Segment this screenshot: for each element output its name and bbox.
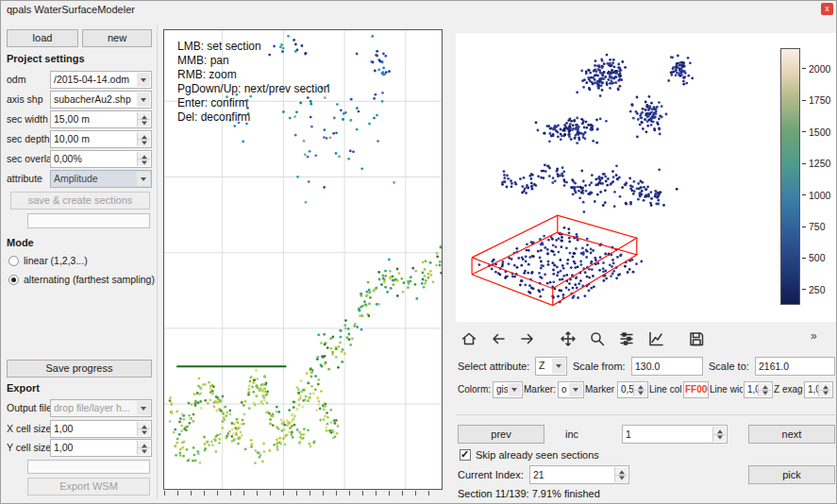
sec-width-spin[interactable]: 15,00 m [50,110,152,128]
line-color-label: Line col [649,381,682,398]
odm-combo[interactable]: /2015-04-14.odm [50,71,152,89]
zoom-icon[interactable] [586,328,609,350]
scale-from-input[interactable]: 130.0 [631,357,703,376]
increment-spin[interactable]: 1 [622,425,728,444]
scale-to-label: Scale to: [709,357,749,376]
sec-depth-spin[interactable]: 10,00 m [50,130,152,148]
colorbar-tick-label: 750 [802,221,826,232]
z-exaggeration-label: Z exag [774,381,803,398]
mode-linear-radio[interactable]: linear (1,2,3...) [8,254,88,267]
back-icon[interactable] [487,328,510,350]
increment-value: 1 [626,426,724,443]
spinner-arrows[interactable] [818,383,831,396]
sec-overlap-value: 0,00% [54,151,148,167]
axis-shp-label: axis shp [7,91,50,109]
section-plot[interactable]: LMB: set section MMB: pan RMB: zoom PgDo… [163,29,443,490]
odm-label: odm [7,71,50,89]
help-line: MMB: pan [177,54,329,68]
spinner-arrows[interactable] [758,383,771,396]
current-index-label: Current Index: [458,465,524,484]
attribute-value: Amplitude [54,171,148,187]
skip-seen-label: Skip already seen sections [476,449,599,461]
y-cell-value: 1,00 [54,440,148,456]
new-button[interactable]: new [82,29,152,47]
load-button[interactable]: load [7,29,78,47]
z-exaggeration-spin[interactable]: 1,0 [804,381,833,398]
checkbox-box [460,449,471,461]
save-figure-icon[interactable] [685,328,708,350]
chevron-down-icon[interactable] [137,172,150,186]
spinner-arrows[interactable] [137,132,150,146]
spinner-arrows[interactable] [712,427,726,442]
skip-seen-checkbox[interactable]: Skip already seen sections [460,448,599,462]
customize-plot-icon[interactable] [644,328,667,350]
current-index-spin[interactable]: 21 [529,465,629,484]
scale-from-label: Scale from: [573,357,626,376]
sec-overlap-spin[interactable]: 0,00% [50,150,152,168]
preview-figure[interactable]: 20001750150012501000750500250 [456,33,836,322]
y-cell-label: Y cell size [7,439,50,457]
spinner-arrows[interactable] [614,467,628,482]
output-file-combo[interactable]: drop file/layer h... [50,399,152,417]
x-cell-spin[interactable]: 1,00 [50,420,152,438]
chevron-down-icon[interactable] [508,383,521,396]
colormap-label: Colorm: [458,381,492,398]
chevron-down-icon[interactable] [137,401,150,415]
x-cell-value: 1,00 [54,421,148,437]
toolbar-overflow-icon[interactable]: » [811,329,817,343]
window-title: qpals WaterSurfaceModeler [7,4,135,15]
export-header: Export [7,382,40,394]
line-width-spin[interactable]: 1,0 [744,381,773,398]
next-button[interactable]: next [748,425,835,444]
sections-progressbar [27,213,150,228]
chevron-down-icon[interactable] [569,383,582,396]
y-cell-spin[interactable]: 1,00 [50,439,152,457]
axis-shp-combo[interactable]: subacherAu2.shp [50,91,152,109]
pick-button[interactable]: pick [748,465,835,484]
colorbar-tick-label: 250 [802,284,826,295]
x-cell-label: X cell size [7,420,50,438]
chevron-down-icon[interactable] [137,92,150,107]
odm-value: /2015-04-14.odm [54,72,148,88]
spinner-arrows[interactable] [633,383,646,396]
attribute-select-combo[interactable]: Z [535,357,567,376]
select-attribute-label: Select attribute: [458,357,529,376]
mode-alternating-radio[interactable]: alternating (farthest sampling) [8,273,155,286]
forward-icon[interactable] [516,328,539,350]
scale-to-input[interactable]: 2161.0 [755,357,835,376]
subplots-icon[interactable] [615,328,638,350]
save-create-sections-button[interactable]: save & create sections [10,192,150,210]
marker-combo[interactable]: o [558,381,584,398]
mode-alternating-label: alternating (farthest sampling) [24,274,155,285]
sec-width-label: sec width [7,110,50,128]
close-button[interactable]: x [821,3,833,15]
home-icon[interactable] [458,328,480,350]
colormap-combo[interactable]: gis [493,381,523,398]
export-wsm-button[interactable]: Export WSM [27,478,150,496]
pointcloud-scatter[interactable] [458,37,775,318]
spinner-arrows[interactable] [137,112,150,126]
output-file-value: drop file/layer h... [54,400,148,416]
attribute-combo[interactable]: Amplitude [50,170,152,188]
help-line: RMB: zoom [177,68,329,82]
spinner-arrows[interactable] [137,152,150,166]
chevron-down-icon[interactable] [552,359,565,374]
line-color-input[interactable]: FF000 [683,381,709,398]
spinner-arrows[interactable] [137,422,150,436]
export-progressbar [27,460,150,474]
save-progress-button[interactable]: Save progress [7,360,152,378]
colorbar-tick-label: 2000 [802,63,830,75]
radio-dot [8,275,19,285]
splitter[interactable] [157,25,158,499]
spinner-arrows[interactable] [137,441,150,455]
line-width-label: Line wic [710,381,743,398]
colorbar-tick-label: 1750 [802,94,830,106]
prev-button[interactable]: prev [458,425,544,444]
chevron-down-icon[interactable] [137,73,150,87]
divider [456,414,835,415]
pan-icon[interactable] [557,328,579,350]
marker-size-spin[interactable]: 0,5 [617,381,648,398]
colorbar-tick-label: 1250 [802,158,830,169]
marker-label: Marker: [524,381,557,398]
help-line: LMB: set section [177,40,329,54]
